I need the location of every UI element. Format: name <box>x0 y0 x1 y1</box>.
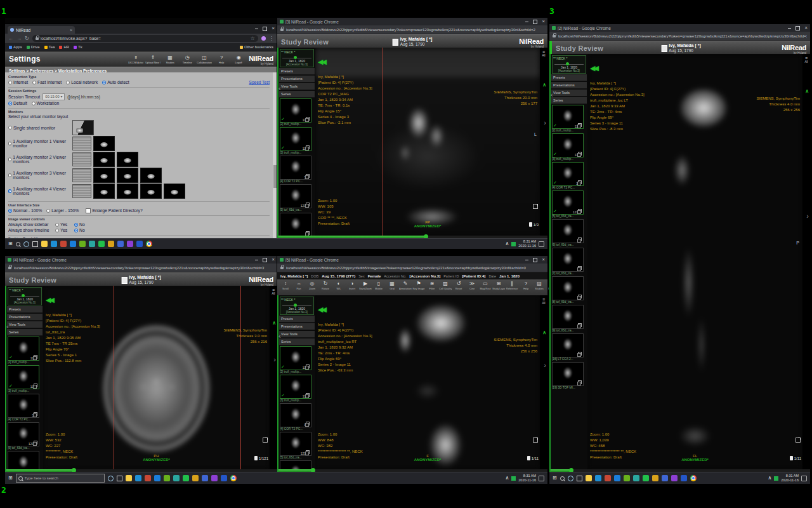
cortana-icon[interactable] <box>568 476 573 481</box>
address-bar[interactable]: localhost/Nil/session/8ddvwvu2t22bjtpnyn… <box>277 264 547 272</box>
series-thumbnail[interactable]: ✓11[2] trufi_multip... <box>8 337 42 364</box>
radio-uisize-normal-100[interactable]: Normal - 100% <box>8 208 42 213</box>
profile-avatar[interactable] <box>261 36 266 41</box>
chrome-icon[interactable] <box>230 475 237 481</box>
toolbar-button-key-image[interactable]: ⚑Key Image <box>412 280 425 290</box>
series-thumbnail[interactable]: 3[4] COR T2 PC... <box>280 403 314 431</box>
enlarge-patient-directory-checkbox[interactable]: Enlarge Patient Directory? <box>86 208 142 213</box>
series-thumbnail[interactable]: [16] LT CCA 2... <box>552 333 586 361</box>
toolbar-button-pan[interactable]: ⇔Pan <box>292 280 305 290</box>
sidebar-tab-series[interactable]: Series <box>279 338 315 345</box>
patient-chip[interactable]: Ivy, Mafalda [ *] Aug 15, 1790 <box>393 37 432 48</box>
toolbar-button-mag-rect[interactable]: ▭Mag Rect <box>479 280 492 290</box>
prev-series-chevron-icon[interactable]: ‹ <box>278 332 281 340</box>
radio-always-show-sidebar-yes[interactable]: Yes <box>55 222 67 227</box>
url-text[interactable]: localhost/Nil/session/8ddvwvu2t22bjtpnyn… <box>14 266 274 270</box>
tray-chevron-icon[interactable]: ∧ <box>505 241 509 246</box>
store-icon[interactable] <box>221 475 227 481</box>
file-explorer-icon[interactable] <box>586 475 592 481</box>
series-thumbnail[interactable]: ✓121[5] tof_fl3d_tra... <box>552 190 586 218</box>
nilread-icon[interactable] <box>183 475 189 481</box>
toolbar-button-reference[interactable]: ∥Reference <box>506 280 518 290</box>
search-icon[interactable] <box>560 476 565 481</box>
series-thumbnail[interactable]: [6] tof_fl3d_tra... <box>8 451 42 469</box>
onenote-icon[interactable] <box>79 241 86 247</box>
next-series-chevron-icon[interactable]: › <box>544 119 546 126</box>
series-thumbnail[interactable]: ✓11[3] trufi_multip... <box>280 375 314 402</box>
browser-tab[interactable]: NilRead × <box>8 26 75 34</box>
address-bar[interactable]: localhost/hli/invoke.aspx?_base= ☆ <box>32 35 258 42</box>
session-timeout-select[interactable]: 00:15:00 ▾ <box>43 93 65 100</box>
toolbar-button-w-l[interactable]: ◐W/L <box>332 280 345 290</box>
scroll-up-icon[interactable]: ∧ <box>805 88 809 94</box>
teams-icon[interactable] <box>633 475 639 481</box>
address-bar[interactable]: localhost/Nil/session/8ddvwvu2t22bjtpnyn… <box>5 264 277 272</box>
minimize-button[interactable] <box>255 260 258 260</box>
radio-conn-local-network[interactable]: Local network <box>66 80 98 84</box>
url-text[interactable]: localhost/Nil/session/8ddvwvu2t22bjtpnyn… <box>286 266 544 270</box>
url-text[interactable]: localhost/Nil/session/8ddvwvu2t22bjtpnyn… <box>286 28 544 32</box>
code-icon[interactable] <box>211 475 218 481</box>
photos-icon[interactable] <box>108 241 114 247</box>
code-icon[interactable] <box>127 241 133 247</box>
series-thumbnail[interactable]: 3[4] COR T2 PC... <box>280 156 314 183</box>
code-icon[interactable] <box>671 475 678 481</box>
patient-chip[interactable]: Ivy, Mafalda [ *] Aug 15, 1790 <box>661 43 700 54</box>
close-button[interactable]: × <box>542 19 545 24</box>
onenote-icon[interactable] <box>624 475 630 481</box>
toolbar-button-annotations[interactable]: ✎Annotations <box>399 280 412 290</box>
series-thumbnail[interactable]: ✓11[2] trufi_multip... <box>280 98 314 126</box>
series-thumbnail[interactable]: ✓11[3] trufi_multip... <box>552 133 586 161</box>
teams-icon[interactable] <box>89 241 95 247</box>
next-series-chevron-icon[interactable]: › <box>273 356 276 363</box>
monitor-layout-option[interactable]: 1 Auxiliary monitor 2 Viewer monitors <box>8 152 270 167</box>
start-button[interactable]: ⊞ <box>553 476 557 481</box>
toolbar-button-invert[interactable]: ◑Invert <box>346 280 358 290</box>
sidebar-tab-presentations[interactable]: Presentations <box>7 314 43 321</box>
series-thumbnail[interactable]: ✓3[4] COR T2 PC... <box>552 162 586 189</box>
monitor-layout-option[interactable]: 1 Auxiliary monitor 3 Viewer monitors <box>8 168 270 183</box>
radio-uisize-larger-150[interactable]: Larger - 150% <box>46 208 79 213</box>
tray-chevron-icon[interactable]: ∧ <box>768 476 771 481</box>
series-thumbnail[interactable]: ✓11[2] trufi_multip... <box>280 346 314 373</box>
sidebar-tab-series[interactable]: Series <box>551 97 587 104</box>
expand-icon[interactable] <box>533 438 538 443</box>
header-tool-dicom-activity[interactable]: ‼DICOM Activity <box>128 55 143 64</box>
show-all-button[interactable]: ≡All <box>802 56 810 64</box>
edge-icon[interactable] <box>70 241 76 247</box>
series-thumbnail[interactable]: 121[5] tof_fl3d_tra... <box>280 184 314 211</box>
edge-icon[interactable] <box>154 475 160 481</box>
start-button[interactable]: ⊞ <box>8 476 13 481</box>
sidebar-tab-series[interactable]: Series <box>279 91 315 98</box>
task-view-icon[interactable] <box>577 476 582 481</box>
timeline-navigator[interactable]: ** NECK *Jan 1, 1820[Accession Nu.3] <box>280 49 314 67</box>
toolbar-button-cine[interactable]: ≫Cine <box>466 280 478 290</box>
scroll-up-icon[interactable]: ∧ <box>542 82 546 88</box>
back-icon[interactable]: ← <box>8 36 13 41</box>
toolbar-button-cell-quality[interactable]: ▨Cell Quality <box>439 280 452 290</box>
speed-test-link[interactable]: Speed Test <box>249 80 270 84</box>
radio-always-show-sidebar-no[interactable]: No <box>74 222 85 227</box>
notification-center-icon[interactable] <box>801 476 807 481</box>
header-tool-upload-new-study[interactable]: ⇑Upload New Study <box>145 55 160 64</box>
teams-icon[interactable] <box>173 475 180 481</box>
collapse-sidebar-icon[interactable]: ◀◀ <box>318 305 325 314</box>
next-series-chevron-icon[interactable]: › <box>544 361 546 369</box>
store-icon[interactable] <box>136 241 143 247</box>
address-bar[interactable]: localhost/Nil/session/8ddvwvu2t22bjtpnyn… <box>277 25 547 34</box>
task-view-icon[interactable] <box>32 241 38 247</box>
browser-menu-icon[interactable]: ⋮ <box>269 36 274 41</box>
forward-icon[interactable]: → <box>16 36 22 41</box>
maximize-button[interactable] <box>263 258 267 262</box>
office-icon[interactable] <box>605 475 611 481</box>
office-icon[interactable] <box>60 241 67 247</box>
scrollbar-thumb[interactable] <box>273 165 277 188</box>
sidebar-tab-presentations[interactable]: Presentations <box>279 323 315 330</box>
tab-close-icon[interactable]: × <box>70 28 72 32</box>
search-input[interactable]: Type here to search <box>16 474 105 483</box>
notification-center-icon[interactable] <box>539 476 544 481</box>
sidebar-tab-view-tools[interactable]: View Tools <box>279 331 315 338</box>
bookmark-apps[interactable]: Apps <box>9 45 22 49</box>
show-all-button[interactable]: ≡All <box>540 50 547 57</box>
search-icon[interactable] <box>16 242 20 246</box>
